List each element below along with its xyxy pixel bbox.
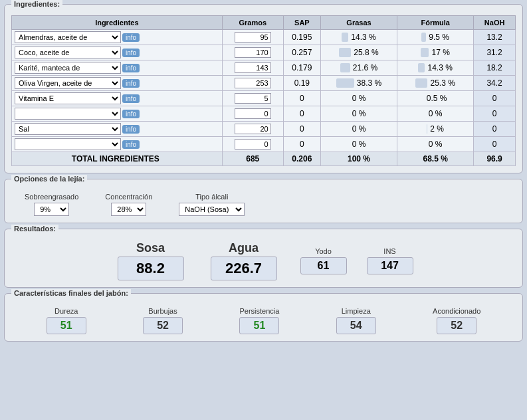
formula-cell-3: 25.3 %: [397, 76, 474, 91]
table-row: Vitamina Einfo00 %0.5 %0: [12, 91, 516, 106]
caract-value-0: 51: [47, 317, 86, 334]
naoh-cell-0: 13.2: [474, 30, 516, 45]
agua-label: Agua: [229, 241, 259, 255]
yodo-value: 61: [300, 257, 347, 274]
gram-input-4[interactable]: [235, 93, 271, 104]
info-button-2[interactable]: info: [122, 64, 140, 72]
caract-value-1: 52: [143, 317, 183, 334]
sap-cell-1: 0.257: [283, 45, 320, 60]
tipo-alcali-select[interactable]: NaOH (Sosa) KOH (Potasa): [179, 203, 245, 216]
sosa-label: Sosa: [136, 241, 165, 255]
sobreengrasado-select[interactable]: 9% 5% 8% 10%: [34, 203, 69, 216]
formula-cell-5: 0 %: [397, 106, 474, 122]
ingredient-select-4[interactable]: Vitamina E: [15, 92, 121, 104]
info-button-0[interactable]: info: [122, 33, 140, 42]
agua-group: Agua 226.7: [204, 241, 284, 280]
resultados-row: Sosa 88.2 Agua 226.7 Yodo 61 INS 147: [11, 241, 516, 280]
table-row: Almendras, aceite deinfo0.19514.3 %9.5 %…: [12, 30, 516, 45]
sap-cell-3: 0.19: [283, 76, 320, 91]
ingredient-select-5[interactable]: [15, 108, 121, 120]
caract-group-2: Persistencia51: [239, 307, 279, 334]
info-button-4[interactable]: info: [122, 94, 140, 103]
caract-group-4: Acondicionado52: [433, 307, 480, 334]
naoh-cell-1: 31.2: [474, 45, 516, 60]
formula-cell-6: 2 %: [397, 122, 474, 137]
opciones-title: Opciones de la lejía:: [11, 175, 87, 183]
sobreengrasado-group: Sobreengrasado 9% 5% 8% 10%: [25, 193, 78, 216]
caract-group-0: Dureza51: [47, 307, 86, 334]
gram-input-2[interactable]: [235, 62, 271, 73]
col-header-gramos: Gramos: [222, 16, 283, 30]
concentracion-select[interactable]: 28% 25% 30% 33%: [111, 203, 146, 216]
caract-value-4: 52: [437, 317, 476, 334]
opciones-row: Sobreengrasado 9% 5% 8% 10% Concentració…: [11, 193, 516, 216]
caract-label-0: Dureza: [54, 307, 78, 315]
naoh-cell-3: 34.2: [474, 76, 516, 91]
gram-input-1[interactable]: [235, 47, 271, 58]
concentracion-label: Concentración: [105, 193, 152, 201]
info-button-7[interactable]: info: [122, 140, 140, 149]
ingredient-select-2[interactable]: Karité, manteca de: [15, 62, 121, 74]
gram-input-0[interactable]: [235, 32, 271, 43]
formula-cell-4: 0.5 %: [397, 91, 474, 106]
total-formula: 68.5 %: [397, 152, 474, 166]
col-header-grasas: Grasas: [320, 16, 397, 30]
naoh-cell-4: 0: [474, 91, 516, 106]
caracteristicas-panel: Características finales del jabón: Durez…: [4, 293, 523, 342]
naoh-cell-7: 0: [474, 137, 516, 152]
table-row: Coco, aceite deinfo0.25725.8 %17 %31.2: [12, 45, 516, 60]
concentracion-group: Concentración 28% 25% 30% 33%: [105, 193, 152, 216]
info-button-1[interactable]: info: [122, 49, 140, 57]
gram-input-5[interactable]: [235, 108, 271, 119]
caract-label-1: Burbujas: [148, 307, 177, 315]
tipo-alcali-label: Tipo álcali: [195, 193, 228, 201]
grasas-cell-0: 14.3 %: [320, 30, 397, 45]
caract-group-3: Limpieza54: [336, 307, 376, 334]
caract-value-2: 51: [239, 317, 279, 334]
grasas-cell-1: 25.8 %: [320, 45, 397, 60]
sobreengrasado-label: Sobreengrasado: [25, 193, 78, 201]
agua-value: 226.7: [211, 257, 277, 280]
ins-group: INS 147: [364, 247, 417, 274]
info-button-6[interactable]: info: [122, 125, 140, 134]
yodo-label: Yodo: [315, 247, 332, 255]
grasas-cell-4: 0 %: [320, 91, 397, 106]
tipo-alcali-group: Tipo álcali NaOH (Sosa) KOH (Potasa): [179, 193, 245, 216]
grasas-cell-7: 0 %: [320, 137, 397, 152]
gram-input-7[interactable]: [235, 139, 271, 150]
opciones-panel: Opciones de la lejía: Sobreengrasado 9% …: [4, 179, 523, 223]
grasas-cell-2: 21.6 %: [320, 60, 397, 76]
total-naoh: 96.9: [474, 152, 516, 166]
total-grasas: 100 %: [320, 152, 397, 166]
grasas-cell-5: 0 %: [320, 106, 397, 122]
ins-value: 147: [367, 257, 413, 274]
gram-input-6[interactable]: [235, 124, 271, 134]
naoh-cell-2: 18.2: [474, 60, 516, 76]
sap-cell-4: 0: [283, 91, 320, 106]
caract-group-1: Burbujas52: [143, 307, 183, 334]
total-sap: 0.206: [283, 152, 320, 166]
gram-input-3[interactable]: [235, 78, 271, 88]
col-header-ingredientes: Ingredientes: [12, 16, 223, 30]
formula-cell-0: 9.5 %: [397, 30, 474, 45]
sap-cell-0: 0.195: [283, 30, 320, 45]
totals-row: TOTAL INGREDIENTES6850.206100 %68.5 %96.…: [12, 152, 516, 166]
naoh-cell-5: 0: [474, 106, 516, 122]
naoh-cell-6: 0: [474, 122, 516, 137]
ingredient-select-1[interactable]: Coco, aceite de: [15, 47, 121, 58]
table-row: Salinfo00 %2 %0: [12, 122, 516, 137]
sosa-group: Sosa 88.2: [111, 241, 191, 280]
grasas-cell-6: 0 %: [320, 122, 397, 137]
resultados-panel: Resultados: Sosa 88.2 Agua 226.7 Yodo 61…: [4, 229, 523, 288]
yodo-group: Yodo 61: [297, 247, 350, 274]
ingredients-table: Ingredientes Gramos SAP Grasas Fórmula N…: [11, 15, 516, 166]
ingredient-select-0[interactable]: Almendras, aceite de: [15, 31, 121, 43]
sap-cell-7: 0: [283, 137, 320, 152]
ingredient-select-7[interactable]: [15, 138, 121, 150]
ingredient-select-3[interactable]: Oliva Virgen, aceite de: [15, 77, 121, 89]
caracteristicas-row: Dureza51Burbujas52Persistencia51Limpieza…: [11, 307, 516, 334]
info-button-5[interactable]: info: [122, 110, 140, 118]
info-button-3[interactable]: info: [122, 79, 140, 88]
ingredient-select-6[interactable]: Sal: [15, 123, 121, 135]
formula-cell-1: 17 %: [397, 45, 474, 60]
